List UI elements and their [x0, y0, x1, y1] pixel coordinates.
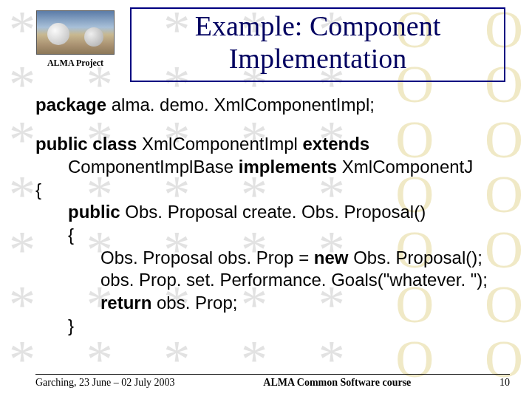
code-line-package: package alma. demo. XmlComponentImpl;	[35, 94, 510, 117]
code-line-stmt1: Obs. Proposal obs. Prop = new Obs. Propo…	[35, 247, 510, 270]
footer-right: 10	[499, 377, 510, 389]
logo-block: ALMA Project	[35, 10, 115, 69]
slide-title-box: Example: Component Implementation	[130, 7, 505, 82]
code-line-open-brace: {	[35, 179, 510, 202]
stmt3: obs. Prop;	[151, 293, 237, 313]
method-open: {	[68, 225, 74, 245]
footer-center: ALMA Common Software course	[263, 377, 411, 389]
stmt2: obs. Prop. set. Performance. Goals("what…	[100, 270, 488, 290]
open-brace: {	[35, 180, 41, 200]
stmt1-a: Obs. Proposal obs. Prop =	[100, 248, 314, 267]
slide-footer: Garching, 23 June – 02 July 2003 ALMA Co…	[35, 374, 510, 389]
logo-caption: ALMA Project	[47, 58, 103, 69]
stmt1-b: Obs. Proposal();	[349, 248, 482, 267]
code-line-method-close: }	[35, 315, 510, 338]
class-name: XmlComponentImpl	[137, 134, 302, 154]
slide-title-line1: Example: Component	[139, 10, 497, 43]
kw-extends: extends	[302, 134, 369, 154]
extends-clause: ComponentImplBase	[68, 157, 239, 177]
code-body: package alma. demo. XmlComponentImpl; pu…	[35, 94, 510, 337]
kw-public: public	[68, 202, 120, 222]
slide-title-line2: Implementation	[139, 43, 497, 75]
method-close: }	[68, 316, 74, 335]
logo-image	[36, 10, 115, 55]
code-line-classdecl: public class XmlComponentImpl extends	[35, 133, 510, 156]
pkg-name: alma. demo. XmlComponentImpl;	[106, 95, 375, 115]
kw-public-class: public class	[35, 134, 137, 154]
impl-name: XmlComponentJ	[337, 157, 473, 177]
code-line-stmt3: return obs. Prop;	[35, 292, 510, 315]
kw-new: new	[314, 248, 349, 267]
method-sig: Obs. Proposal create. Obs. Proposal()	[120, 202, 426, 222]
footer-left: Garching, 23 June – 02 July 2003	[35, 377, 175, 389]
code-line-method-open: {	[35, 224, 510, 247]
code-line-extends: ComponentImplBase implements XmlComponen…	[35, 156, 510, 179]
kw-implements: implements	[239, 157, 337, 177]
kw-package: package	[35, 95, 106, 115]
kw-return: return	[100, 293, 151, 313]
code-line-stmt2: obs. Prop. set. Performance. Goals("what…	[35, 269, 510, 292]
footer-divider	[35, 374, 510, 375]
code-line-method-sig: public Obs. Proposal create. Obs. Propos…	[35, 201, 510, 224]
